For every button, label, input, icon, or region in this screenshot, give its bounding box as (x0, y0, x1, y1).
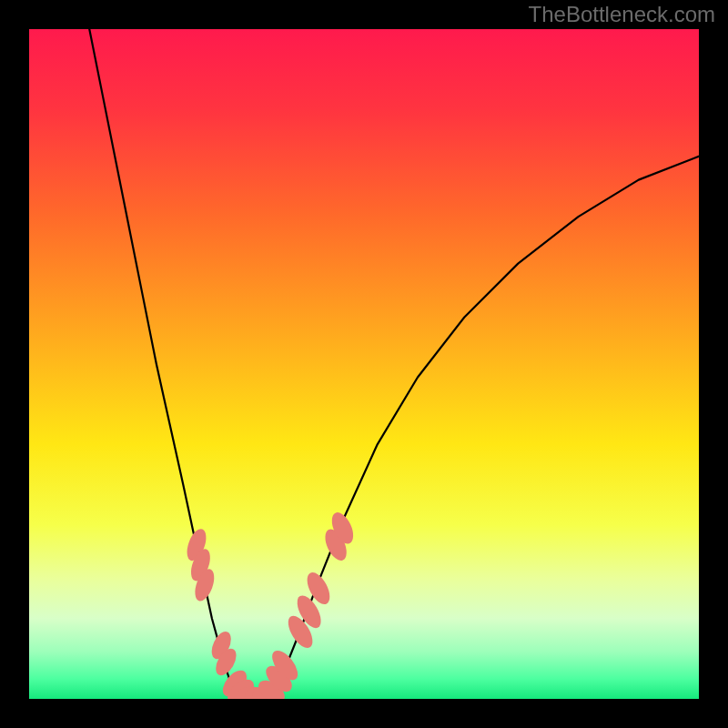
watermark-text: TheBottleneck.com (529, 2, 715, 27)
plot-svg (29, 29, 699, 699)
chart-frame: TheBottleneck.com (0, 0, 728, 728)
gradient-background (29, 29, 699, 699)
plot-area (29, 29, 699, 699)
